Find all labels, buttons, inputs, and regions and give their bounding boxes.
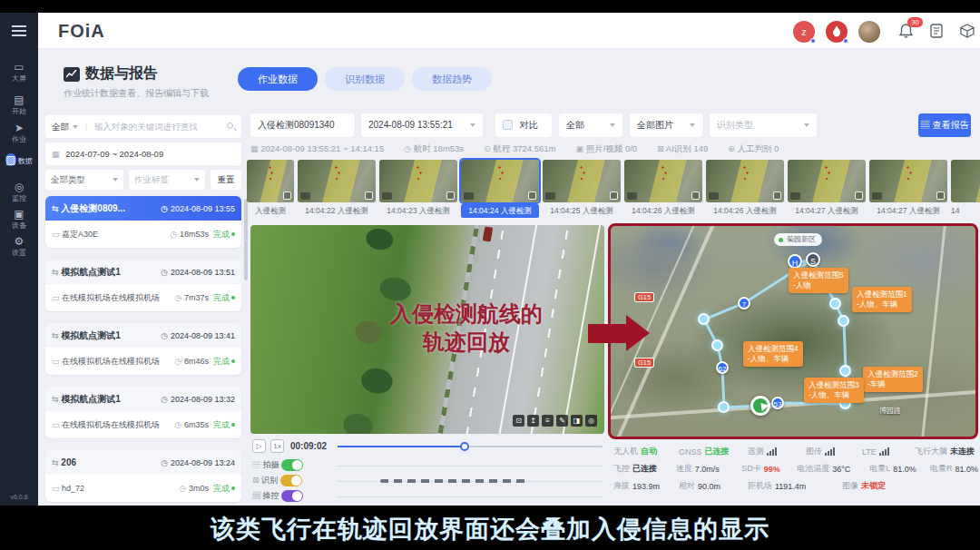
profile-avatar[interactable]: [858, 21, 880, 43]
signal-bars-icon: [767, 448, 777, 456]
upload-icon[interactable]: ↥: [527, 415, 539, 427]
trajectory-map[interactable]: 菊园新区 H S 7 62 53 入侵检测范围5-人物 入侵检测范围1-人物、车…: [608, 223, 978, 439]
sidebar-item-monitor[interactable]: ◎ 监控: [0, 182, 38, 203]
expand-icon[interactable]: [610, 192, 618, 200]
progress-knob[interactable]: [460, 442, 469, 451]
frame-thumbnail[interactable]: 14:04:27 入侵检测: [788, 160, 866, 218]
sidebar-item-mission[interactable]: ➤ 作业: [0, 123, 38, 144]
object-search-input[interactable]: 输入对象的关键词进行查找: [94, 122, 198, 132]
tab-recognition-data[interactable]: 识别数据: [325, 67, 405, 91]
media-select[interactable]: 全部图片: [630, 113, 702, 137]
intrusion-zone-label[interactable]: 入侵检测范围4-人物、车辆: [743, 341, 803, 367]
status-badge: 完成: [213, 356, 235, 368]
frame-thumbnail[interactable]: 14:04:26 入侵检测: [624, 160, 702, 218]
track-control: ▦ 操控: [252, 490, 303, 502]
job-card-detail[interactable]: ▭ 嘉定A30E ◷ 18m53s 完成: [45, 221, 241, 248]
frame-thumbnail-selected[interactable]: 14:04:24 入侵检测: [461, 160, 539, 218]
progress-slider[interactable]: [338, 446, 603, 447]
sidebar-item-dashboard[interactable]: ▭ 大屏: [0, 62, 38, 83]
list-icon[interactable]: ≡: [542, 415, 554, 427]
view-report-button[interactable]: ▤ 查看报告: [918, 113, 971, 137]
signal-bars-icon: [825, 448, 835, 456]
date-range-picker[interactable]: ▦ 2024-07-09 ~ 2024-08-09: [45, 142, 241, 165]
media-icon: ▣: [576, 144, 584, 153]
sidebar-item-data[interactable]: ▨ 数据: [5, 148, 33, 172]
job-card[interactable]: ⇆ 模拟航点测试1 ◷ 2024-08-09 13:41 ▭ 在线模拟机场在线模…: [45, 323, 241, 375]
sidebar-item-device[interactable]: ▣ 设备: [0, 209, 38, 231]
home-marker[interactable]: H: [788, 254, 802, 269]
job-card[interactable]: ⇆ 入侵检测0809... ◷ 2024-08-09 13:55 ▭ 嘉定A30…: [45, 196, 241, 248]
scope-select[interactable]: 全部: [559, 113, 622, 137]
job-tag-filter[interactable]: 作业标签: [129, 170, 205, 190]
job-card[interactable]: ⇆ 206 ◷ 2024-08-09 13:24 ▭ hd_72 ◷ 3m0s …: [45, 450, 241, 502]
expand-icon[interactable]: [691, 192, 700, 200]
expand-icon[interactable]: [365, 192, 373, 200]
edit-icon[interactable]: ✎: [556, 415, 568, 427]
frame-thumbnail[interactable]: 14: [951, 160, 980, 218]
job-card[interactable]: ⇆ 模拟航点测试1 ◷ 2024-08-09 13:32 ▭ 在线模拟机场在线模…: [45, 387, 241, 438]
job-type-filter[interactable]: 全部类型: [45, 170, 123, 190]
start-marker[interactable]: S: [806, 252, 820, 267]
chevron-down-icon: [690, 123, 695, 127]
video-player[interactable]: 入侵检测航线的 轨迹回放 ⊡ ↥ ≡ ✎ ◨ ◎: [250, 225, 604, 434]
expand-icon[interactable]: [446, 192, 455, 200]
frame-thumbnail[interactable]: 14:04:22 入侵检测: [298, 160, 376, 218]
reset-button[interactable]: 重置: [211, 170, 241, 190]
recognition-icon: ⊠: [252, 476, 260, 485]
drone-position-marker[interactable]: [750, 396, 770, 416]
recognition-toggle[interactable]: [280, 475, 302, 486]
recognition-type-select[interactable]: 识别类型: [710, 113, 817, 137]
frame-thumbnail[interactable]: 入侵检测: [247, 160, 294, 218]
route-icon: ⇆: [52, 458, 59, 467]
document-icon[interactable]: [929, 23, 944, 43]
compare-checkbox[interactable]: 对比: [495, 113, 552, 137]
route-icon: ⇆: [52, 395, 59, 404]
expand-icon[interactable]: [528, 192, 536, 200]
intrusion-zone-label[interactable]: 入侵检测范围2-车辆: [863, 367, 923, 392]
intrusion-zone-label[interactable]: 入侵检测范围5-人物: [789, 268, 848, 293]
tab-data-trend[interactable]: 数据趋势: [412, 67, 492, 91]
crop-icon[interactable]: ⊡: [513, 415, 524, 427]
sidebar-item-settings[interactable]: ⚙ 设置: [0, 236, 38, 258]
pin-icon[interactable]: ◎: [585, 415, 597, 427]
frame-thumbnail[interactable]: 14:04:26 入侵检测: [706, 160, 784, 218]
expand-icon[interactable]: [936, 192, 945, 200]
control-toggle[interactable]: [281, 490, 303, 502]
flight-time-select[interactable]: 2024-08-09 13:55:21: [361, 113, 483, 137]
thumbnail-image: [951, 160, 980, 202]
expand-icon[interactable]: [283, 192, 291, 200]
job-search-input[interactable]: 入侵检测08091340: [250, 113, 354, 137]
capture-toggle[interactable]: [281, 459, 303, 471]
status-badge: 完成: [213, 419, 235, 431]
waypoint-marker[interactable]: 62: [716, 361, 729, 374]
frame-thumbnail[interactable]: 14:04:25 入侵检测: [543, 160, 621, 218]
thumbnail-image: [461, 160, 539, 202]
object-search-box[interactable]: 全部 | 输入对象的关键词进行查找: [45, 115, 241, 138]
frame-thumbnail[interactable]: 14:04:27 入侵检测: [869, 160, 947, 218]
org-avatar[interactable]: [826, 21, 848, 43]
speed-button[interactable]: 1x: [270, 439, 284, 453]
waypoint-marker[interactable]: 53: [771, 397, 784, 409]
clock-icon: ◷: [161, 268, 168, 277]
job-card-header[interactable]: ⇆ 入侵检测0809... ◷ 2024-08-09 13:55: [45, 196, 241, 221]
sidebar-item-start[interactable]: ▤ 开始: [0, 94, 38, 116]
track-node: [698, 313, 710, 325]
waypoint-marker[interactable]: 7: [738, 297, 750, 309]
play-button[interactable]: ▷: [252, 439, 266, 453]
tab-job-data[interactable]: 作业数据: [238, 67, 318, 91]
job-card[interactable]: ⇆ 模拟航点测试1 ◷ 2024-08-09 13:51 ▭ 在线模拟机场在线模…: [45, 260, 241, 311]
telemetry-row-3: 海拔193.9m 相对90.0m 距机场1191.4m 图像未锁定: [613, 480, 978, 492]
menu-toggle-icon[interactable]: [12, 25, 26, 27]
calendar-icon: ▦: [52, 150, 60, 159]
contrast-icon[interactable]: ◨: [571, 415, 583, 427]
thumbnail-image: [624, 160, 702, 202]
user-avatar[interactable]: z: [793, 21, 815, 43]
object-type-select[interactable]: 全部: [52, 122, 69, 132]
expand-icon[interactable]: [855, 192, 863, 200]
apps-cube-icon[interactable]: [959, 23, 975, 43]
frame-thumbnail[interactable]: 14:04:23 入侵检测: [379, 160, 457, 218]
notification-bell-icon[interactable]: 30: [898, 23, 914, 43]
intrusion-zone-label[interactable]: 入侵检测范围3-人物、车辆: [804, 378, 864, 403]
expand-icon[interactable]: [773, 192, 781, 200]
intrusion-zone-label[interactable]: 入侵检测范围1-人物、车辆: [852, 287, 912, 312]
